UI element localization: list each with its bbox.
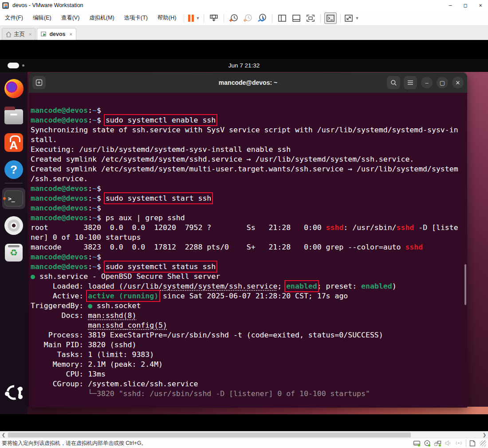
chevron-down-icon[interactable]: ▼ [355, 16, 359, 20]
menu-file[interactable]: 文件(F) [0, 14, 28, 22]
menu-button[interactable] [404, 76, 417, 89]
thumbnail-bar-button[interactable] [290, 12, 303, 24]
new-tab-button[interactable] [32, 76, 46, 89]
terminal-line: Main PID: 3820 (sshd) [31, 340, 465, 350]
snapshot-manager-button[interactable] [256, 12, 268, 24]
terminal-line: TriggeredBy: ● ssh.socket [31, 301, 465, 311]
search-icon [390, 79, 397, 86]
terminal-line: Synchronizing state of ssh.service with … [31, 125, 465, 135]
terminal-line: ner] 0 of 10-100 startups [31, 233, 465, 242]
snapshot-manager-icon [257, 14, 267, 23]
terminal-line: CPU: 13ms [31, 369, 465, 379]
library-panel-button[interactable] [276, 12, 288, 24]
ubuntu-logo-icon[interactable] [4, 382, 24, 404]
snapshot-take-icon [229, 14, 239, 23]
panel-clock[interactable]: Jun 7 21:32 [0, 62, 488, 69]
terminal-output[interactable]: mancode@devos:~$mancode@devos:~$ sudo sy… [31, 93, 465, 408]
terminal-window: mancode@devos: ~ – ▢ ✕ [29, 72, 467, 408]
library-panel-icon [278, 14, 287, 22]
vm-screen-icon [41, 32, 47, 37]
terminal-close-button[interactable]: ✕ [452, 77, 464, 88]
fullscreen-button[interactable] [304, 12, 317, 24]
dock-separator [5, 183, 23, 183]
maximize-button[interactable]: □ [458, 0, 473, 11]
terminal-line: Tasks: 1 (limit: 9383) [31, 350, 465, 360]
tab-devos[interactable]: devos × [37, 28, 76, 40]
terminal-line: mancode@devos:~$ [31, 203, 465, 213]
menu-tabs[interactable]: 选项卡(T) [119, 14, 153, 22]
dock-item-disc[interactable] [2, 215, 25, 236]
terminal-line: Created symlink /etc/systemd/system/sshd… [31, 155, 465, 164]
stretch-view-button[interactable]: ▼ [344, 12, 359, 24]
console-icon [326, 14, 335, 22]
red-annotation-box: sudo systemctl status ssh [106, 262, 216, 271]
dock-item-firefox[interactable] [2, 78, 25, 99]
dock-item-files[interactable] [2, 105, 25, 126]
toolbar-separator [204, 14, 204, 23]
menu-edit[interactable]: 编辑(E) [28, 14, 56, 22]
scroll-right-icon[interactable]: ❯ [481, 432, 488, 438]
toolbar-separator [320, 14, 321, 23]
dock-item-terminal[interactable]: >_ [2, 188, 25, 209]
usb-signal-icon[interactable] [454, 440, 463, 446]
ubuntu-dock: A ? >_ ♻ [0, 72, 28, 414]
toolbar-separator [340, 14, 341, 23]
terminal-header[interactable]: mancode@devos: ~ – ▢ ✕ [29, 72, 467, 93]
vmware-window: devos - VMware Workstation – □ × 文件(F) 编… [0, 0, 488, 448]
horizontal-scrollbar[interactable]: ❮ ❯ [0, 431, 488, 438]
sound-icon[interactable] [445, 440, 452, 446]
suspend-vm-button[interactable]: ▼ [188, 12, 200, 24]
terminal-scrollbar[interactable] [464, 264, 466, 305]
trash-icon: ♻ [5, 244, 23, 262]
status-separator [466, 440, 466, 447]
menu-vm[interactable]: 虚拟机(M) [84, 14, 119, 22]
red-annotation-box: active (running) [88, 292, 158, 300]
scrollbar-thumb[interactable] [8, 432, 411, 437]
tab-home[interactable]: 主页 × [2, 28, 35, 40]
red-annotation-box: enabled [286, 282, 317, 290]
tab-close-icon[interactable]: × [29, 32, 31, 37]
console-view-button[interactable] [324, 12, 337, 24]
title-bar: devos - VMware Workstation – □ × [0, 0, 488, 11]
ubuntu-top-panel: Jun 7 21:32 [0, 59, 488, 72]
terminal-line: Executing: /usr/lib/systemd/systemd-sysv… [31, 145, 465, 155]
tab-label: 主页 [14, 31, 25, 38]
message-log-icon[interactable] [469, 440, 476, 447]
disc-icon [4, 216, 23, 235]
dock-item-app-center[interactable]: A [2, 132, 25, 153]
toolbar-separator [184, 14, 184, 23]
dock-item-trash[interactable]: ♻ [2, 242, 25, 263]
thumbnail-bar-icon [292, 14, 301, 22]
send-ctrl-alt-del-button[interactable] [208, 12, 220, 24]
toolbar-separator [224, 14, 224, 23]
terminal-line: mancode@devos:~$ sudo systemctl status s… [31, 262, 465, 272]
resize-grip[interactable] [480, 440, 486, 446]
terminal-line: └─3820 "sshd: /usr/sbin/sshd -D [listene… [31, 389, 465, 399]
cd-rom-icon[interactable] [424, 440, 431, 447]
menu-view[interactable]: 查看(V) [56, 14, 85, 22]
terminal-minimize-button[interactable]: – [421, 77, 433, 88]
chevron-down-icon[interactable]: ▼ [196, 16, 200, 20]
take-snapshot-button[interactable] [228, 12, 240, 24]
minimize-button[interactable]: – [443, 0, 458, 11]
terminal-line: mancode 3823 0.0 0.0 17812 2288 pts/0 S+… [31, 242, 465, 252]
hard-disk-icon[interactable] [413, 440, 421, 447]
dock-item-help[interactable]: ? [2, 159, 25, 180]
tab-close-icon[interactable]: × [70, 32, 72, 37]
revert-snapshot-button[interactable] [242, 12, 254, 24]
scroll-left-icon[interactable]: ❮ [0, 432, 7, 438]
terminal-line: mancode@devos:~$ [31, 106, 465, 115]
menu-help[interactable]: 帮助(H) [153, 14, 181, 22]
home-icon [6, 32, 12, 37]
terminal-line: man:sshd_config(5) [31, 321, 465, 330]
files-icon [4, 109, 23, 124]
close-button[interactable]: × [473, 0, 488, 11]
network-adapter-icon[interactable] [434, 440, 442, 447]
red-annotation-box: sudo systemctl enable ssh [106, 116, 216, 124]
search-button[interactable] [387, 76, 400, 89]
terminal-line: Memory: 2.1M (peak: 2.4M) [31, 360, 465, 369]
terminal-maximize-button[interactable]: ▢ [437, 77, 448, 88]
stretch-icon [344, 14, 353, 22]
terminal-icon: >_ [4, 190, 23, 206]
vmware-logo-icon [2, 2, 9, 9]
